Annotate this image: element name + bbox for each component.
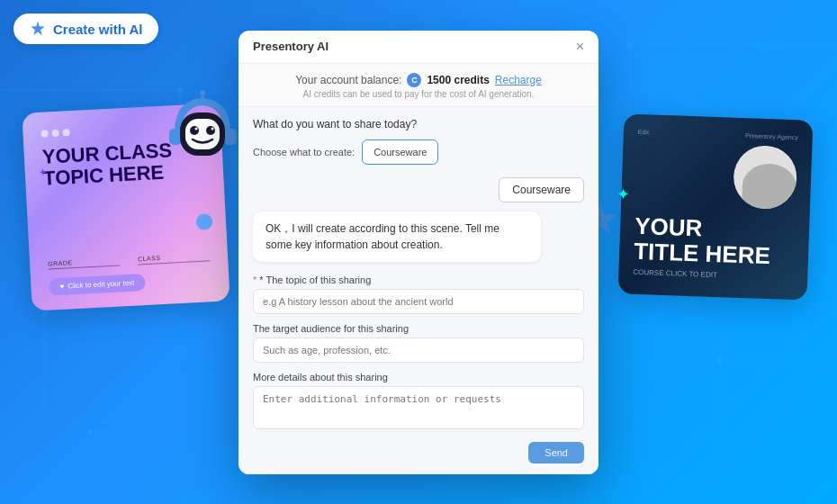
details-field-group: More details about this sharing xyxy=(253,372,584,433)
balance-label: Your account balance: xyxy=(295,74,401,86)
balance-amount: 1500 credits xyxy=(427,74,489,86)
courseware-choice-button[interactable]: Courseware xyxy=(499,177,584,202)
audience-input[interactable] xyxy=(253,338,584,363)
topic-label: * The topic of this sharing xyxy=(253,274,584,285)
chat-question: What do you want to share today? xyxy=(253,118,584,130)
ai-dialog: Presentory AI × Your account balance: C … xyxy=(238,31,598,474)
topic-input[interactable] xyxy=(253,289,584,314)
balance-note: AI credits can be used to pay for the co… xyxy=(253,89,584,99)
audience-field-group: The target audience for this sharing xyxy=(253,323,584,363)
details-textarea[interactable] xyxy=(253,386,584,429)
recharge-link[interactable]: Recharge xyxy=(495,74,542,86)
topic-field-group: * The topic of this sharing xyxy=(253,274,584,314)
audience-label: The target audience for this sharing xyxy=(253,323,584,334)
credits-icon: C xyxy=(407,73,421,87)
creation-form: * The topic of this sharing The target a… xyxy=(253,274,584,464)
chip-courseware[interactable]: Courseware xyxy=(362,140,438,165)
chat-area: What do you want to share today? Choose … xyxy=(238,107,598,474)
balance-section: Your account balance: C 1500 credits Rec… xyxy=(238,64,598,107)
modal-title: Presentory AI xyxy=(253,40,328,53)
modal-close-button[interactable]: × xyxy=(576,40,584,54)
ai-response-text: OK，I will create according to this scene… xyxy=(266,222,500,251)
send-button[interactable]: Send xyxy=(528,442,584,464)
details-label: More details about this sharing xyxy=(253,372,584,382)
choose-label: Choose what to create: xyxy=(253,140,355,165)
chat-chips: Choose what to create: Courseware xyxy=(253,140,584,165)
modal-overlay: Presentory AI × Your account balance: C … xyxy=(0,0,837,504)
ai-response-bubble: OK，I will create according to this scene… xyxy=(253,212,541,262)
modal-header: Presentory AI × xyxy=(238,31,598,64)
